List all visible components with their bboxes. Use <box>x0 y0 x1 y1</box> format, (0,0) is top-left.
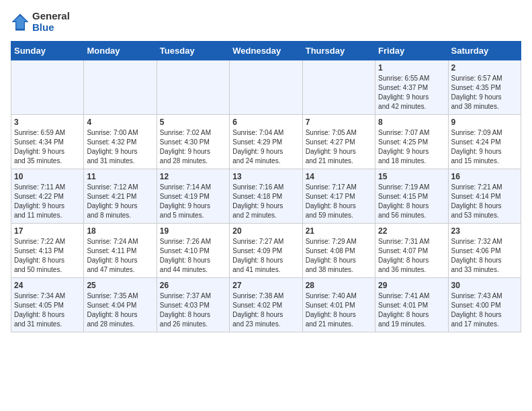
calendar-table: SundayMondayTuesdayWednesdayThursdayFrid… <box>11 41 521 332</box>
day-number: 25 <box>87 281 153 290</box>
logo-icon <box>11 13 30 32</box>
calendar-header: SundayMondayTuesdayWednesdayThursdayFrid… <box>11 42 521 60</box>
day-number: 19 <box>160 226 226 236</box>
calendar-cell: 15Sunrise: 7:19 AM Sunset: 4:15 PM Dayli… <box>375 169 448 224</box>
day-info: Sunrise: 7:31 AM Sunset: 4:07 PM Dayligh… <box>378 237 445 275</box>
calendar-cell: 26Sunrise: 7:37 AM Sunset: 4:03 PM Dayli… <box>157 278 229 332</box>
day-number: 30 <box>451 281 518 290</box>
day-number: 9 <box>451 118 518 127</box>
calendar-body: 1Sunrise: 6:55 AM Sunset: 4:37 PM Daylig… <box>11 60 521 332</box>
calendar-cell <box>230 60 302 115</box>
calendar-cell: 7Sunrise: 7:05 AM Sunset: 4:27 PM Daylig… <box>302 115 375 169</box>
day-number: 16 <box>451 172 518 181</box>
day-number: 26 <box>160 281 226 290</box>
day-number: 23 <box>451 226 518 236</box>
calendar-cell: 20Sunrise: 7:27 AM Sunset: 4:09 PM Dayli… <box>230 224 302 278</box>
day-info: Sunrise: 7:02 AM Sunset: 4:30 PM Dayligh… <box>160 128 226 166</box>
day-info: Sunrise: 7:24 AM Sunset: 4:11 PM Dayligh… <box>87 237 153 275</box>
day-number: 3 <box>14 118 81 127</box>
day-number: 18 <box>87 226 153 236</box>
day-number: 10 <box>14 172 81 181</box>
calendar-cell: 8Sunrise: 7:07 AM Sunset: 4:25 PM Daylig… <box>375 115 448 169</box>
col-header-sunday: Sunday <box>11 42 84 60</box>
calendar-cell: 17Sunrise: 7:22 AM Sunset: 4:13 PM Dayli… <box>11 224 84 278</box>
day-number: 27 <box>232 281 299 290</box>
calendar-cell: 14Sunrise: 7:17 AM Sunset: 4:17 PM Dayli… <box>302 169 375 224</box>
day-info: Sunrise: 7:38 AM Sunset: 4:02 PM Dayligh… <box>232 291 299 329</box>
day-number: 12 <box>160 172 226 181</box>
logo-blue: Blue <box>32 22 70 34</box>
calendar-cell: 21Sunrise: 7:29 AM Sunset: 4:08 PM Dayli… <box>302 224 375 278</box>
calendar-cell: 28Sunrise: 7:40 AM Sunset: 4:01 PM Dayli… <box>302 278 375 332</box>
calendar-cell <box>302 60 375 115</box>
day-info: Sunrise: 7:32 AM Sunset: 4:06 PM Dayligh… <box>451 237 518 275</box>
calendar-cell: 9Sunrise: 7:09 AM Sunset: 4:24 PM Daylig… <box>448 115 521 169</box>
calendar-cell <box>11 60 84 115</box>
week-row-4: 17Sunrise: 7:22 AM Sunset: 4:13 PM Dayli… <box>11 224 521 278</box>
calendar-cell: 30Sunrise: 7:43 AM Sunset: 4:00 PM Dayli… <box>448 278 521 332</box>
day-number: 13 <box>232 172 299 181</box>
col-header-wednesday: Wednesday <box>230 42 302 60</box>
day-info: Sunrise: 7:05 AM Sunset: 4:27 PM Dayligh… <box>306 128 372 166</box>
day-number: 4 <box>87 118 153 127</box>
calendar-cell: 6Sunrise: 7:04 AM Sunset: 4:29 PM Daylig… <box>230 115 302 169</box>
day-info: Sunrise: 7:26 AM Sunset: 4:10 PM Dayligh… <box>160 237 226 275</box>
col-header-friday: Friday <box>375 42 448 60</box>
logo-general: General <box>32 11 70 22</box>
calendar-cell: 25Sunrise: 7:35 AM Sunset: 4:04 PM Dayli… <box>84 278 157 332</box>
day-info: Sunrise: 7:19 AM Sunset: 4:15 PM Dayligh… <box>378 183 445 220</box>
day-info: Sunrise: 7:21 AM Sunset: 4:14 PM Dayligh… <box>451 183 518 220</box>
col-header-saturday: Saturday <box>448 42 521 60</box>
col-header-monday: Monday <box>84 42 157 60</box>
calendar-cell: 2Sunrise: 6:57 AM Sunset: 4:35 PM Daylig… <box>448 60 521 115</box>
header: General Blue <box>11 11 521 33</box>
day-info: Sunrise: 7:17 AM Sunset: 4:17 PM Dayligh… <box>306 183 372 220</box>
day-info: Sunrise: 7:16 AM Sunset: 4:18 PM Dayligh… <box>232 183 299 220</box>
calendar-cell: 29Sunrise: 7:41 AM Sunset: 4:01 PM Dayli… <box>375 278 448 332</box>
day-number: 2 <box>451 63 518 73</box>
day-info: Sunrise: 6:55 AM Sunset: 4:37 PM Dayligh… <box>378 74 445 111</box>
header-row: SundayMondayTuesdayWednesdayThursdayFrid… <box>11 42 521 60</box>
day-info: Sunrise: 7:37 AM Sunset: 4:03 PM Dayligh… <box>160 291 226 329</box>
day-number: 28 <box>306 281 372 290</box>
calendar-cell: 3Sunrise: 6:59 AM Sunset: 4:34 PM Daylig… <box>11 115 84 169</box>
day-info: Sunrise: 7:14 AM Sunset: 4:19 PM Dayligh… <box>160 183 226 220</box>
week-row-3: 10Sunrise: 7:11 AM Sunset: 4:22 PM Dayli… <box>11 169 521 224</box>
day-info: Sunrise: 7:43 AM Sunset: 4:00 PM Dayligh… <box>451 291 518 329</box>
day-number: 21 <box>306 226 372 236</box>
day-info: Sunrise: 7:29 AM Sunset: 4:08 PM Dayligh… <box>306 237 372 275</box>
col-header-tuesday: Tuesday <box>157 42 229 60</box>
day-info: Sunrise: 7:04 AM Sunset: 4:29 PM Dayligh… <box>232 128 299 166</box>
day-number: 6 <box>232 118 299 127</box>
day-number: 15 <box>378 172 445 181</box>
week-row-1: 1Sunrise: 6:55 AM Sunset: 4:37 PM Daylig… <box>11 60 521 115</box>
day-info: Sunrise: 7:12 AM Sunset: 4:21 PM Dayligh… <box>87 183 153 220</box>
day-number: 17 <box>14 226 81 236</box>
day-number: 8 <box>378 118 445 127</box>
day-info: Sunrise: 7:34 AM Sunset: 4:05 PM Dayligh… <box>14 291 81 329</box>
day-info: Sunrise: 7:00 AM Sunset: 4:32 PM Dayligh… <box>87 128 153 166</box>
calendar-cell: 11Sunrise: 7:12 AM Sunset: 4:21 PM Dayli… <box>84 169 157 224</box>
week-row-5: 24Sunrise: 7:34 AM Sunset: 4:05 PM Dayli… <box>11 278 521 332</box>
day-number: 1 <box>378 63 445 73</box>
day-number: 24 <box>14 281 81 290</box>
day-info: Sunrise: 7:07 AM Sunset: 4:25 PM Dayligh… <box>378 128 445 166</box>
day-info: Sunrise: 7:27 AM Sunset: 4:09 PM Dayligh… <box>232 237 299 275</box>
calendar-cell: 18Sunrise: 7:24 AM Sunset: 4:11 PM Dayli… <box>84 224 157 278</box>
calendar-cell: 4Sunrise: 7:00 AM Sunset: 4:32 PM Daylig… <box>84 115 157 169</box>
calendar-cell: 23Sunrise: 7:32 AM Sunset: 4:06 PM Dayli… <box>448 224 521 278</box>
day-number: 7 <box>306 118 372 127</box>
calendar-cell: 27Sunrise: 7:38 AM Sunset: 4:02 PM Dayli… <box>230 278 302 332</box>
day-number: 22 <box>378 226 445 236</box>
calendar-cell: 10Sunrise: 7:11 AM Sunset: 4:22 PM Dayli… <box>11 169 84 224</box>
day-info: Sunrise: 7:40 AM Sunset: 4:01 PM Dayligh… <box>306 291 372 329</box>
calendar-cell: 19Sunrise: 7:26 AM Sunset: 4:10 PM Dayli… <box>157 224 229 278</box>
logo: General Blue <box>11 11 70 33</box>
day-info: Sunrise: 6:59 AM Sunset: 4:34 PM Dayligh… <box>14 128 81 166</box>
col-header-thursday: Thursday <box>302 42 375 60</box>
day-number: 14 <box>306 172 372 181</box>
day-number: 29 <box>378 281 445 290</box>
day-info: Sunrise: 7:22 AM Sunset: 4:13 PM Dayligh… <box>14 237 81 275</box>
day-info: Sunrise: 6:57 AM Sunset: 4:35 PM Dayligh… <box>451 74 518 111</box>
day-info: Sunrise: 7:41 AM Sunset: 4:01 PM Dayligh… <box>378 291 445 329</box>
